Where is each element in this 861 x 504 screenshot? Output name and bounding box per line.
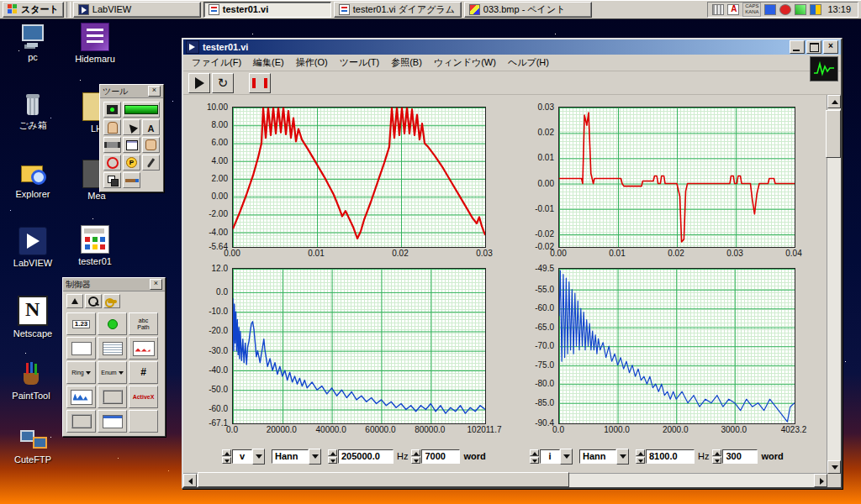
- scroll-right-icon[interactable]: [814, 474, 827, 487]
- caps-kana-indicator[interactable]: CAPS KANA: [742, 3, 761, 17]
- user-controls-item[interactable]: [129, 410, 158, 433]
- frequency-spinner[interactable]: [636, 449, 645, 464]
- task-button-labview[interactable]: LabVIEW: [73, 2, 201, 18]
- object-popup-tool[interactable]: [123, 137, 140, 153]
- auto-tool-led[interactable]: [103, 102, 121, 118]
- ime-mode-icon[interactable]: [727, 4, 739, 15]
- desktop-icon-tester01[interactable]: tester01: [74, 225, 116, 266]
- pen-tray-icon[interactable]: [795, 4, 806, 15]
- horizontal-scrollbar[interactable]: [183, 473, 827, 487]
- breakpoint-tool[interactable]: [103, 155, 121, 171]
- status-tray-icon[interactable]: [779, 4, 791, 15]
- words-spinner[interactable]: [411, 449, 420, 464]
- horizontal-scroll-thumb[interactable]: [198, 472, 569, 487]
- probe-tool[interactable]: [123, 155, 140, 171]
- graph-plot-area[interactable]: [558, 268, 795, 424]
- task-button-paint[interactable]: 033.bmp - ペイント: [464, 2, 592, 18]
- numeric-controls-item[interactable]: 1.23: [66, 312, 96, 335]
- window-titlebar[interactable]: tester01.vi: [183, 39, 841, 55]
- menu-browse[interactable]: 参照(B): [386, 55, 427, 71]
- color-tool[interactable]: [103, 172, 121, 188]
- channel-ring-left[interactable]: v: [232, 449, 252, 464]
- io-controls-item[interactable]: [129, 361, 158, 384]
- position-tool[interactable]: [123, 119, 140, 135]
- close-button[interactable]: [823, 40, 838, 54]
- frequency-spinner[interactable]: [328, 449, 337, 464]
- enum-controls-item[interactable]: Enum: [98, 361, 127, 384]
- taskbar-clock[interactable]: 13:19: [825, 4, 853, 14]
- controls-palette-titlebar[interactable]: 制御器: [63, 278, 165, 291]
- chevron-down-icon[interactable]: [309, 449, 321, 465]
- pause-button[interactable]: [249, 73, 271, 93]
- array-controls-item[interactable]: [66, 337, 96, 360]
- decorations-controls-item[interactable]: [66, 410, 96, 433]
- chart-controls-item[interactable]: [66, 386, 96, 408]
- task-button-tester01-panel[interactable]: tester01.vi: [203, 2, 331, 18]
- keyboard-icon[interactable]: [712, 4, 724, 15]
- chevron-down-icon[interactable]: [560, 449, 573, 465]
- ring-controls-item[interactable]: Ring: [66, 361, 96, 384]
- dialog-controls-item[interactable]: [98, 410, 127, 433]
- list-controls-item[interactable]: [98, 337, 127, 360]
- words-spinner[interactable]: [712, 449, 721, 464]
- desktop-icon-labview[interactable]: LabVIEW: [12, 227, 54, 268]
- operate-value-tool[interactable]: [103, 119, 121, 135]
- minimize-button[interactable]: [790, 40, 805, 54]
- vertical-scrollbar[interactable]: [827, 95, 841, 474]
- desktop-icon-pc[interactable]: pc: [12, 23, 54, 62]
- wire-tool[interactable]: [103, 137, 121, 153]
- continuous-run-button[interactable]: ↻: [212, 73, 234, 93]
- graph-plot-area[interactable]: [558, 107, 795, 248]
- vertical-scroll-thumb[interactable]: [826, 110, 841, 158]
- options-key-icon[interactable]: [103, 294, 120, 308]
- scroll-hand-tool[interactable]: [142, 137, 160, 153]
- words-input-right[interactable]: 300: [722, 449, 758, 464]
- words-input-left[interactable]: 7000: [421, 449, 460, 464]
- scroll-up-icon[interactable]: [827, 95, 841, 108]
- frequency-input-right[interactable]: 8100.0: [646, 449, 695, 464]
- run-button[interactable]: [188, 73, 210, 93]
- graph-controls-item[interactable]: [129, 337, 158, 360]
- menu-edit[interactable]: 編集(E): [248, 55, 289, 71]
- refnum-controls-item[interactable]: [98, 386, 127, 408]
- desktop-icon-explorer[interactable]: Explorer: [12, 160, 54, 199]
- desktop-icon-netscape[interactable]: Netscape: [12, 296, 54, 339]
- menu-file[interactable]: ファイル(F): [187, 55, 246, 71]
- maximize-button[interactable]: [806, 40, 821, 54]
- task-button-tester01-diagram[interactable]: tester01.vi ダイアグラム: [334, 2, 462, 18]
- desktop-icon-painttool[interactable]: PaintTool: [10, 361, 52, 401]
- auto-tool-bar[interactable]: [123, 102, 160, 118]
- close-icon[interactable]: [150, 279, 162, 290]
- start-button[interactable]: スタート: [3, 2, 64, 18]
- desktop-icon-trash[interactable]: ごみ箱: [12, 91, 54, 130]
- chevron-down-icon[interactable]: [252, 449, 265, 465]
- chevron-down-icon[interactable]: [616, 449, 629, 465]
- desktop-icon-hidemaru[interactable]: Hidemaru: [74, 23, 116, 64]
- window-function-combo-left[interactable]: Hann: [272, 449, 309, 464]
- ring-spinner[interactable]: [530, 449, 539, 464]
- palette-up-icon[interactable]: [66, 294, 83, 308]
- menu-operate[interactable]: 操作(O): [291, 55, 333, 71]
- menu-window[interactable]: ウィンドウ(W): [429, 55, 501, 71]
- color-copy-tool[interactable]: [142, 155, 160, 171]
- graph-plot-area[interactable]: [232, 107, 486, 248]
- menu-tools[interactable]: ツール(T): [335, 55, 385, 71]
- close-icon[interactable]: [148, 86, 161, 97]
- desktop-icon-cuteftp[interactable]: CuteFTP: [12, 425, 54, 465]
- window-function-combo-right[interactable]: Hann: [579, 449, 616, 464]
- brush-tool[interactable]: [123, 172, 140, 188]
- battery-tray-icon[interactable]: [810, 4, 821, 15]
- vi-panel-icon[interactable]: [810, 56, 838, 81]
- ring-spinner[interactable]: [222, 449, 231, 464]
- network-tray-icon[interactable]: [764, 4, 776, 15]
- graph-plot-area[interactable]: [232, 268, 486, 424]
- scroll-left-icon[interactable]: [183, 474, 197, 487]
- edit-text-tool[interactable]: [142, 119, 160, 135]
- channel-ring-right[interactable]: i: [540, 449, 560, 464]
- scroll-down-icon[interactable]: [827, 460, 841, 474]
- boolean-controls-item[interactable]: [98, 312, 127, 335]
- search-icon[interactable]: [85, 294, 102, 308]
- activex-controls-item[interactable]: ActiveX: [129, 386, 158, 408]
- string-controls-item[interactable]: abcPath: [129, 312, 158, 335]
- tools-palette-titlebar[interactable]: ツール: [100, 85, 163, 98]
